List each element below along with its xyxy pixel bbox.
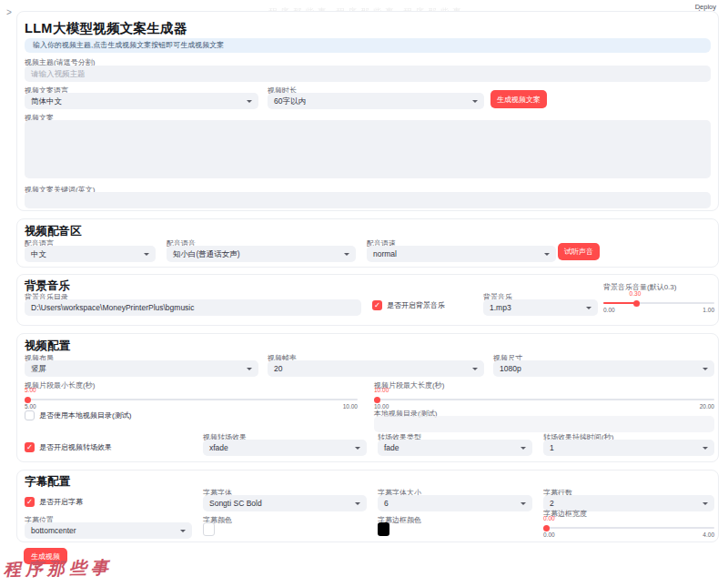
transition-type-value: fade [384,443,399,452]
voice-language-select[interactable]: 中文 [25,246,156,262]
slider-max-label: 10.00 [343,403,358,410]
video-duration-value: 60字以内 [274,96,306,106]
slider-track[interactable] [374,399,714,400]
chevron-down-icon [144,253,149,256]
video-script-textarea[interactable] [25,120,711,178]
slider-thumb[interactable] [374,397,380,403]
voice-language-value: 中文 [31,249,46,258]
video-duration-select[interactable]: 60字以内 [268,93,484,109]
chevron-down-icon [247,100,252,103]
llm-script-card: LLM大模型视频文案生成器 输入你的视频主题,点击生成视频文案按钮即可生成视频文… [16,11,719,211]
slider-value: 0.00 [543,515,555,521]
script-language-value: 简体中文 [31,96,62,106]
chevron-down-icon [544,253,550,256]
chevron-down-icon [344,253,349,256]
subtitle-position-value: bottomcenter [31,526,76,535]
info-banner: 输入你的视频主题,点击生成视频文案按钮即可生成视频文案 [25,38,711,53]
video-layout-value: 竖屏 [31,364,46,373]
chevron-down-icon [521,502,526,505]
enable-subtitle-checkbox[interactable]: ✓ 是否开启字幕 [25,497,83,507]
checkbox-checked-icon: ✓ [25,497,35,507]
page-title: LLM大模型视频文案生成器 [25,20,187,37]
subtitle-position-select[interactable]: bottomcenter [25,522,192,539]
use-local-video-checkbox[interactable]: 是否使用本地视频目录(测试) [25,410,131,420]
slider-value: 10.00 [374,387,389,393]
slider-min-label: 0.00 [543,531,555,538]
slider-min-label: 0.00 [603,307,615,313]
chevron-down-icon [703,447,708,450]
transition-type-select[interactable]: fade [378,440,532,456]
chevron-down-icon [472,368,478,370]
subtitle-border-width-slider[interactable]: 0.00 0.00 4.00 [543,515,714,539]
chevron-down-icon [180,530,186,532]
script-language-select[interactable]: 简体中文 [25,93,258,109]
voice-speed-select[interactable]: normal [367,246,556,262]
video-layout-select[interactable]: 竖屏 [25,360,258,377]
segment-min-slider[interactable]: 5.00 5.00 10.00 [25,387,358,410]
generate-script-button[interactable]: 生成视频文案 [490,90,547,108]
chevron-down-icon [703,502,708,505]
bgmusic-card: 背景音乐 背景音乐目录 D:\Users\workspace\MoneyPrin… [16,274,719,326]
subtitle-font-size-select[interactable]: 6 [378,495,532,511]
slider-track[interactable] [25,399,358,400]
transition-duration-value: 1 [550,443,554,452]
slider-track[interactable] [603,302,714,304]
checkbox-unchecked-icon [25,410,35,420]
slider-value: 0.30 [630,290,642,297]
video-fps-value: 20 [274,364,282,373]
voice-section-title: 视频配音区 [25,224,82,239]
enable-transition-label: 是否开启视频转场效果 [39,442,112,452]
slider-track[interactable] [543,527,714,529]
slider-thumb[interactable] [633,300,640,307]
bgmusic-file-value: 1.mp3 [490,303,511,312]
subtitle-card: 字幕配置 ✓ 是否开启字幕 字幕字体 Songti SC Bold 字幕字体大小… [16,470,719,542]
script-keywords-input[interactable] [25,192,711,208]
checkbox-checked-icon: ✓ [25,442,35,452]
segment-max-slider[interactable]: 10.00 10.00 20.00 [374,387,714,410]
subtitle-color-picker[interactable] [203,522,215,536]
enable-bgmusic-label: 是否开启背景音乐 [387,300,445,310]
chevron-down-icon [355,502,360,505]
bgmusic-dir-value: D:\Users\workspace\MoneyPrinterPlus\bgmu… [31,303,195,312]
chevron-down-icon [586,307,592,309]
chevron-down-icon [703,368,708,370]
subtitle-border-color-picker[interactable] [378,522,389,536]
enable-transition-checkbox[interactable]: ✓ 是否开启视频转场效果 [25,442,112,452]
subtitle-section-title: 字幕配置 [25,474,70,490]
video-subject-input[interactable]: 请输入视频主题 [25,66,711,82]
slider-max-label: 4.00 [703,531,714,538]
slider-thumb[interactable] [25,397,31,403]
sidebar-expand-icon[interactable]: > [6,7,12,17]
slider-max-label: 20.00 [700,403,714,410]
enable-bgmusic-checkbox[interactable]: ✓ 是否开启背景音乐 [372,300,445,310]
transition-effect-select[interactable]: xfade [203,440,367,456]
use-local-video-label: 是否使用本地视频目录(测试) [39,410,131,420]
slider-value: 5.00 [25,387,36,393]
subtitle-font-select[interactable]: Songti SC Bold [203,495,367,511]
video-fps-select[interactable]: 20 [268,360,484,377]
bgmusic-dir-input[interactable]: D:\Users\workspace\MoneyPrinterPlus\bgmu… [25,299,361,316]
slider-min-label: 5.00 [25,403,36,410]
video-size-value: 1080p [500,364,521,373]
video-config-card: 视频配置 视频布局 竖屏 视频帧率 20 视频尺寸 1080p 视频片段最小长度… [16,333,719,462]
transition-effect-value: xfade [209,443,228,452]
transition-duration-select[interactable]: 1 [543,440,714,456]
chevron-down-icon [355,447,360,450]
subtitle-lines-value: 2 [550,499,554,508]
slider-thumb[interactable] [543,525,550,531]
enable-subtitle-label: 是否开启字幕 [39,497,83,507]
video-config-section-title: 视频配置 [25,339,70,354]
subtitle-font-size-value: 6 [384,499,389,508]
video-size-select[interactable]: 1080p [493,360,714,377]
voice-name-select[interactable]: 知小白(普通话女声) [167,246,356,262]
local-video-dir-input[interactable] [374,416,714,432]
chevron-down-icon [521,447,526,450]
watermark-signature: 程序那些事 [4,556,113,582]
voice-speed-value: normal [373,249,397,258]
bgmusic-file-select[interactable]: 1.mp3 [483,299,598,316]
audition-button[interactable]: 试听声音 [558,243,600,260]
chevron-down-icon [247,368,252,370]
slider-max-label: 1.00 [703,307,714,313]
checkbox-checked-icon: ✓ [372,300,382,310]
bgmusic-volume-slider[interactable]: 0.30 0.00 1.00 [603,290,714,314]
